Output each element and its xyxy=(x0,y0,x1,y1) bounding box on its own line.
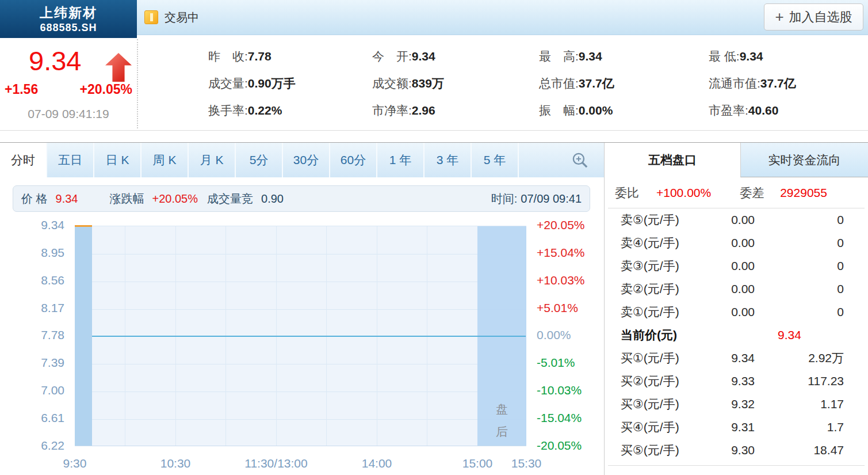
tab-5year[interactable]: 5 年 xyxy=(472,143,519,177)
stats-column-1: 昨 收:7.78 成交量:0.90万手 换手率:0.22% xyxy=(208,49,372,130)
readout-time-value: 07/09 09:41 xyxy=(521,192,582,205)
y-axis-price-label: 8.17 xyxy=(17,301,64,315)
sell-5-row: 卖⑤(元/手) 0.00 0 xyxy=(608,208,865,231)
x-axis-time-label: 15:30 xyxy=(511,457,542,470)
price-change: +1.56 xyxy=(5,82,38,97)
gridline xyxy=(75,364,526,364)
tab-1year[interactable]: 1 年 xyxy=(377,143,425,177)
y-axis-price-label: 8.56 xyxy=(17,273,64,287)
current-price-value: 9.34 xyxy=(778,324,801,347)
up-arrow-icon xyxy=(105,53,132,82)
zoom-in-icon[interactable] xyxy=(571,151,589,169)
y-axis-pct-label: +5.01% xyxy=(537,301,600,315)
sell-1-row: 卖①(元/手) 0.00 0 xyxy=(608,301,865,324)
stats-column-3: 最 高:9.34 总市值:37.7亿 振 幅:0.00% xyxy=(539,49,709,130)
tab-30min[interactable]: 30分 xyxy=(283,143,330,177)
y-axis-pct-label: -5.01% xyxy=(537,356,600,370)
stat-market-cap: 总市值:37.7亿 xyxy=(539,76,709,91)
gridline xyxy=(75,419,526,420)
weibi-value: +100.00% xyxy=(656,186,711,200)
weicha-label: 委差 xyxy=(740,185,764,201)
readout-price-label: 价 格 xyxy=(21,191,48,207)
x-axis-time-label: 9:30 xyxy=(63,457,87,470)
gridline xyxy=(75,254,526,254)
sell-2-row: 卖②(元/手) 0.00 0 xyxy=(608,278,865,301)
prev-close-line xyxy=(75,336,526,337)
sell-4-row: 卖④(元/手) 0.00 0 xyxy=(608,231,865,254)
tab-daily-k[interactable]: 日 K xyxy=(94,143,142,177)
order-book-panel: 五档盘口 实时资金流向 委比 +100.00% 委差 2929055 卖⑤(元/… xyxy=(604,143,868,475)
buy-4-row: 买④(元/手) 9.31 1.7 xyxy=(608,416,865,439)
weibi-label: 委比 xyxy=(615,185,639,201)
y-axis-price-label: 6.61 xyxy=(17,411,64,425)
gridline xyxy=(75,392,526,392)
tab-3year[interactable]: 3 年 xyxy=(425,143,472,177)
minute-chart-plot[interactable]: 盘后 xyxy=(75,226,526,446)
y-axis-pct-label: +10.03% xyxy=(537,273,600,287)
gridline xyxy=(75,309,526,310)
stat-volume: 成交量:0.90万手 xyxy=(208,76,372,91)
tab-monthly-k[interactable]: 月 K xyxy=(189,143,236,177)
stock-quote-window: 上纬新材 688585.SH 交易中 + 加入自选股 9.34 +1.56 +2… xyxy=(0,0,868,475)
sell-3-row: 卖③(元/手) 0.00 0 xyxy=(608,254,865,278)
tab-weekly-k[interactable]: 周 K xyxy=(142,143,189,177)
y-axis-pct-label: +20.05% xyxy=(537,218,600,232)
stat-open: 今 开:9.34 xyxy=(372,49,539,64)
stat-high: 最 高:9.34 xyxy=(539,49,709,64)
trading-status-label: 交易中 xyxy=(165,10,199,25)
y-axis-pct-label: 0.00% xyxy=(537,328,600,342)
x-axis-time-label: 14:00 xyxy=(362,457,392,470)
tab-60min[interactable]: 60分 xyxy=(330,143,377,177)
chart-readout-bar: 价 格 9.34 涨跌幅 +20.05% 成交量竞 0.90 时间:07/09 … xyxy=(13,185,590,212)
plus-icon: + xyxy=(775,9,783,24)
trading-status-icon xyxy=(144,10,158,24)
stock-code: 688585.SH xyxy=(0,22,137,34)
y-axis-pct-label: +15.04% xyxy=(537,246,600,260)
stats-column-2: 今 开:9.34 成交额:839万 市净率:2.96 xyxy=(372,49,539,130)
gridline xyxy=(75,282,526,282)
quote-timestamp: 07-09 09:41:19 xyxy=(0,107,137,121)
chart-period-tabs: 分时 五日 日 K 周 K 月 K 5分 30分 60分 1 年 3 年 5 年 xyxy=(0,143,604,177)
stock-identity: 上纬新材 688585.SH xyxy=(0,0,137,38)
price-summary: 9.34 +1.56 +20.05% 07-09 09:41:19 xyxy=(0,38,137,130)
stat-prev-close: 昨 收:7.78 xyxy=(208,49,372,64)
add-watchlist-label: 加入自选股 xyxy=(789,9,852,26)
y-axis-price-label: 9.34 xyxy=(17,218,64,232)
vertical-dotted-divider xyxy=(137,39,138,128)
y-axis-price-label: 8.95 xyxy=(17,246,64,260)
readout-time: 时间:07/09 09:41 xyxy=(491,191,582,207)
readout-pct-value: +20.05% xyxy=(152,192,198,206)
y-axis-pct-label: -15.04% xyxy=(537,411,600,425)
tab-5min[interactable]: 5分 xyxy=(236,143,283,177)
readout-price-value: 9.34 xyxy=(56,192,78,206)
stat-low: 最 低:9.34 xyxy=(709,49,868,64)
panel-tabs: 五档盘口 实时资金流向 xyxy=(605,143,868,177)
buy-3-row: 买③(元/手) 9.32 1.17 xyxy=(608,393,865,416)
stat-pb-ratio: 市净率:2.96 xyxy=(372,103,539,118)
after-hours-label: 盘后 xyxy=(477,398,526,443)
stat-pe-ratio: 市盈率:40.60 xyxy=(709,103,868,118)
weicha-value: 2929055 xyxy=(780,186,827,200)
tab-order-book[interactable]: 五档盘口 xyxy=(605,143,740,177)
y-axis-price-label: 7.78 xyxy=(17,328,64,342)
x-axis-time-label: 15:00 xyxy=(462,457,493,470)
header-divider xyxy=(0,130,868,131)
buy-1-row: 买①(元/手) 9.34 2.92万 xyxy=(608,347,865,370)
stats-column-4: 最 低:9.34 流通市值:37.7亿 市盈率:40.60 xyxy=(709,49,868,130)
price-line xyxy=(75,225,92,227)
order-book-table: 卖⑤(元/手) 0.00 0 卖④(元/手) 0.00 0 卖③(元/手) 0.… xyxy=(608,208,865,466)
stat-amount: 成交额:839万 xyxy=(372,76,539,91)
stat-turnover-rate: 换手率:0.22% xyxy=(208,103,372,118)
add-watchlist-button[interactable]: + 加入自选股 xyxy=(764,3,863,31)
tabs-filler xyxy=(519,143,604,177)
x-axis-time-label: 11:30/13:00 xyxy=(244,457,307,470)
last-price: 9.34 xyxy=(29,45,81,77)
tab-money-flow[interactable]: 实时资金流向 xyxy=(740,143,868,177)
traded-area-fill xyxy=(75,226,92,446)
market-status-bar: 交易中 + 加入自选股 xyxy=(137,0,868,35)
readout-volume-label: 成交量竞 xyxy=(207,191,253,207)
y-axis-price-label: 6.22 xyxy=(17,439,64,453)
tab-minute[interactable]: 分时 xyxy=(0,143,47,177)
tab-5day[interactable]: 五日 xyxy=(47,143,94,177)
stock-name: 上纬新材 xyxy=(0,0,137,22)
